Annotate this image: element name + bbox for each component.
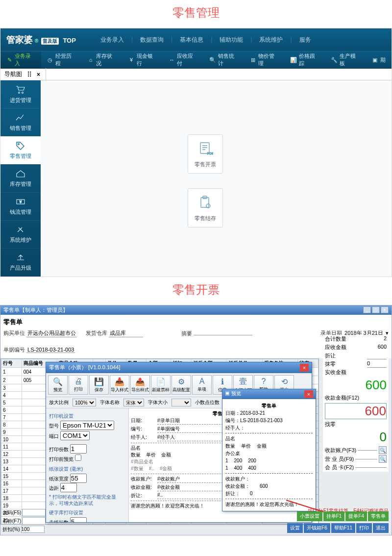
topmenu-item[interactable]: 基本信息 <box>175 34 208 46</box>
action-button[interactable]: 开钱箱F6 <box>304 523 330 533</box>
toolbar-item[interactable]: ▣期 <box>366 51 392 68</box>
section-title-2: 零售开票 <box>0 277 392 305</box>
docno-field[interactable]: LS-2018-03-21-003 <box>26 347 75 353</box>
close-button[interactable]: × <box>381 306 389 313</box>
zoom-select[interactable]: 100% <box>73 399 96 406</box>
totals-pane: 合计数量2 应收金额600 折让 抹零0 实收金额 600 收款金额(F12) … <box>323 335 389 472</box>
summary-field[interactable] <box>194 335 252 335</box>
size-select[interactable] <box>172 399 191 406</box>
dialog-toolbar-button[interactable]: 📤导出样式 <box>130 375 150 395</box>
tab-dropdown-icon[interactable]: ⠿ <box>24 71 35 78</box>
topmenu-item[interactable]: 业务录入 <box>96 34 129 46</box>
dialog-close-button[interactable]: × <box>300 364 309 372</box>
svg-point-2 <box>18 144 20 145</box>
maximize-button[interactable]: □ <box>372 306 380 313</box>
toolbar-item[interactable]: 🔍销售统计 <box>203 51 244 68</box>
toolbar-item[interactable]: ⊞物价管理 <box>244 51 285 68</box>
tag-icon: ⊞ <box>250 56 256 63</box>
lookup-icon[interactable]: 🔍 <box>379 446 387 454</box>
toolbar-item[interactable]: 🔧生产模板 <box>325 51 366 68</box>
dialog-toolbar-button[interactable]: 💾保存 <box>89 375 109 395</box>
preview-checkbox[interactable] <box>75 455 81 461</box>
preview-close-button[interactable]: × <box>304 390 313 398</box>
tab-close-icon[interactable]: × <box>37 71 42 78</box>
svg-text:¥: ¥ <box>20 200 22 203</box>
margin-input[interactable] <box>60 483 77 492</box>
dialog-toolbar-button[interactable]: 📥导入样式 <box>110 375 129 395</box>
action-button[interactable]: 退出 <box>373 523 389 533</box>
tile-retail-settle[interactable]: 零售结存 <box>188 188 223 227</box>
wrench-icon: 🔧 <box>331 56 338 63</box>
toolbar-item[interactable]: ✎业务录入 <box>0 51 41 68</box>
svg-text:POS: POS <box>207 152 213 155</box>
dialog-toolbar-button[interactable]: 🖨打印 <box>69 375 88 395</box>
dialog-toolbar-button[interactable]: 🔍预览 <box>48 375 68 395</box>
buyer-field[interactable]: 开远办公用品超市公 <box>26 329 77 337</box>
clipboard-icon <box>197 194 214 211</box>
sidebar-item-inventory[interactable]: 库存管理 <box>0 164 41 192</box>
dialog-toolbar-button[interactable]: A单项 <box>192 375 212 395</box>
discount-pct-input[interactable] <box>21 526 45 533</box>
topmenu-item[interactable]: 辅助功能 <box>215 34 248 46</box>
dialog-titlebar[interactable]: 零售单（小票） [V1.0.0.1044] × <box>46 362 312 373</box>
action-button[interactable]: 打印 <box>356 523 372 533</box>
dialog-toolbar-button[interactable]: ⚙高级配置 <box>172 375 191 395</box>
lookup-icon[interactable]: 🔍 <box>379 455 387 463</box>
copies-input[interactable] <box>70 444 87 454</box>
action-button[interactable]: 设置 <box>287 523 303 533</box>
account-field[interactable] <box>358 450 377 451</box>
home-icon: ⌂ <box>88 56 94 63</box>
paper-width-input[interactable] <box>70 474 87 483</box>
name-input[interactable] <box>22 517 46 525</box>
topmenu-item[interactable]: 服务 <box>294 34 316 46</box>
toolbar-item[interactable]: ↔应收应付 <box>163 51 203 68</box>
receipt-preview-popup: ▣ 预览× 零售单 日期：2018-03-21 编号：LS-2018-03-21… <box>222 389 316 511</box>
font-select[interactable]: 宋体 <box>123 399 144 406</box>
printer-model-select[interactable]: Epson TM-U210PD 硬字库 <box>60 421 114 430</box>
topmenu-item[interactable]: 数据查询 <box>135 34 169 46</box>
svg-point-1 <box>22 92 24 93</box>
action-button[interactable]: 挂单F1 <box>323 511 345 521</box>
port-select[interactable]: COM1 <box>60 431 90 440</box>
action-button[interactable]: 帮助F11 <box>331 523 355 533</box>
sidebar-item-purchase[interactable]: 进货管理 <box>0 80 41 108</box>
window-titlebar: 零售单【制单人：管理员】 _ □ × <box>0 305 392 315</box>
action-button[interactable]: 小票设置 <box>297 511 322 521</box>
toolbar-item[interactable]: ◷经营历程 <box>41 51 82 68</box>
arrows-icon: ↔ <box>169 56 175 63</box>
change-amount: 0 <box>323 429 389 446</box>
sidebar-item-system[interactable]: 系统维护 <box>0 221 41 249</box>
sidebar-item-retail[interactable]: 零售管理 <box>0 136 41 164</box>
document-title: 零售单 <box>3 318 389 327</box>
rounding-input[interactable]: 0 <box>367 360 387 368</box>
sidebar-item-upgrade[interactable]: 产品升级 <box>0 249 41 277</box>
discount-input[interactable] <box>367 352 387 359</box>
search-icon: 🔍 <box>209 56 216 63</box>
minimize-button[interactable]: _ <box>363 306 371 313</box>
svg-rect-7 <box>201 198 209 207</box>
sidebar-item-sales[interactable]: 销售管理 <box>0 108 41 136</box>
app-retail-management: 管家婆® 普及版 TOP 业务录入| 数据查询| 基本信息| 辅助功能| 系统维… <box>0 28 392 277</box>
dialog-toolbar-button[interactable]: 📄新建票样 <box>151 375 171 395</box>
tools-icon <box>15 225 26 234</box>
top-menu: 业务录入| 数据查询| 基本信息| 辅助功能| 系统维护| 服务 <box>96 34 316 46</box>
barcode-input[interactable] <box>22 509 46 516</box>
trend-icon <box>15 113 26 123</box>
feed-input[interactable] <box>70 517 87 522</box>
upload-icon <box>15 253 26 262</box>
payment-input[interactable] <box>325 403 387 419</box>
tile-retail-invoice[interactable]: POS 零售开票 <box>188 134 223 174</box>
action-button[interactable]: 零售单 <box>368 511 389 521</box>
toolbar: ✎业务录入 ◷经营历程 ⌂库存状况 ¥现金银行 ↔应收应付 🔍销售统计 ⊞物价管… <box>0 51 392 69</box>
member-card-field[interactable] <box>355 467 387 468</box>
action-button[interactable]: 提单F4 <box>345 511 367 521</box>
toolbar-item[interactable]: ¥现金银行 <box>122 51 163 68</box>
topmenu-item[interactable]: 系统维护 <box>254 34 288 46</box>
toolbar-item[interactable]: 📊价格跟踪 <box>284 51 325 68</box>
warehouse-field[interactable]: 成品库 <box>109 329 143 337</box>
section-title-1: 零售管理 <box>0 0 392 28</box>
sidebar-item-cashflow[interactable]: ¥钱流管理 <box>0 193 41 221</box>
tab-nav[interactable]: 导航图 ⠿ × <box>0 68 46 80</box>
employee-field[interactable] <box>355 459 377 459</box>
toolbar-item[interactable]: ⌂库存状况 <box>82 51 122 68</box>
